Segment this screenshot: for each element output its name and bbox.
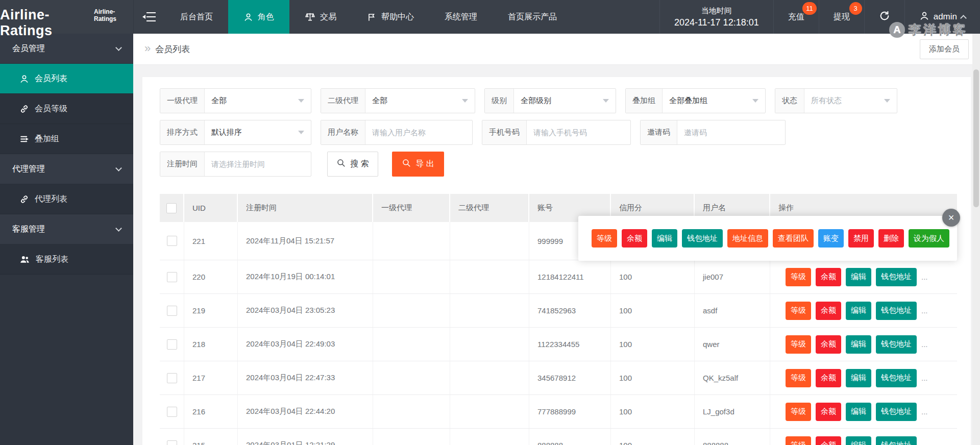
action-button-查看团队[interactable]: 查看团队	[773, 229, 814, 248]
action-button-钱包地址[interactable]: 钱包地址	[876, 403, 917, 421]
withdraw-button[interactable]: 提现 3	[819, 0, 865, 34]
withdraw-label: 提现	[834, 12, 850, 22]
row-checkbox[interactable]	[167, 272, 177, 282]
action-button-编辑[interactable]: 编辑	[846, 403, 871, 421]
action-button-等级[interactable]: 等级	[786, 268, 811, 286]
nav-item-后台首页[interactable]: 后台首页	[165, 0, 228, 34]
sidebar-item-会员列表[interactable]: 会员列表	[0, 64, 133, 94]
nav-item-label: 交易	[320, 12, 336, 22]
filter-select[interactable]: 全部级别	[514, 89, 616, 113]
sidebar-item-代理列表[interactable]: 代理列表	[0, 184, 133, 214]
action-button-余额[interactable]: 余额	[816, 302, 841, 320]
search-button[interactable]: 搜 索	[327, 152, 378, 177]
filter-select[interactable]: 默认排序	[205, 120, 311, 144]
recharge-button[interactable]: 充值 11	[774, 0, 819, 34]
scrollbar-track[interactable]	[972, 34, 980, 445]
cell-agent2	[450, 361, 529, 394]
more-actions-ellipsis[interactable]: ...	[921, 374, 928, 382]
cell-reg-time: 2024年03月04日 23:05:23	[238, 294, 373, 327]
action-button-等级[interactable]: 等级	[786, 436, 811, 445]
scrollbar-thumb[interactable]	[973, 69, 979, 207]
action-button-等级[interactable]: 等级	[786, 369, 811, 387]
action-button-钱包地址[interactable]: 钱包地址	[876, 302, 917, 320]
search-button-label: 搜 索	[350, 159, 369, 169]
filter-input[interactable]	[372, 128, 465, 137]
filter-input[interactable]	[533, 128, 624, 137]
action-button-编辑[interactable]: 编辑	[846, 436, 871, 445]
filter-select-value: 全部叠加组	[669, 96, 707, 106]
export-button[interactable]: 导 出	[392, 152, 444, 177]
action-button-余额[interactable]: 余额	[816, 369, 841, 387]
sidebar-group-客服管理[interactable]: 客服管理	[0, 214, 133, 244]
top-navbar: Airline-Ratings Airline-Ratings 后台首页角色交易…	[0, 0, 980, 34]
action-button-钱包地址[interactable]: 钱包地址	[876, 369, 917, 387]
popup-close-button[interactable]: ×	[942, 222, 957, 227]
filter-select-value: 全部	[372, 96, 387, 106]
action-button-设为假人[interactable]: 设为假人	[909, 229, 949, 248]
cell-uid: 221	[184, 222, 238, 260]
action-button-余额[interactable]: 余额	[816, 268, 841, 286]
filter-用户名称: 用户名称	[321, 120, 473, 145]
filter-select-value: 全部级别	[521, 96, 551, 106]
admin-menu[interactable]: admin	[905, 0, 980, 34]
row-checkbox[interactable]	[167, 440, 177, 445]
row-checkbox[interactable]	[167, 373, 177, 383]
action-button-钱包地址[interactable]: 钱包地址	[876, 335, 917, 354]
filter-input[interactable]	[684, 128, 778, 137]
sidebar-group-label: 客服管理	[12, 224, 45, 235]
action-button-编辑[interactable]: 编辑	[846, 369, 871, 387]
nav-item-系统管理[interactable]: 系统管理	[429, 0, 493, 34]
filter-input[interactable]	[211, 160, 304, 168]
action-button-账变[interactable]: 账变	[818, 229, 844, 248]
more-actions-ellipsis[interactable]: ...	[921, 340, 928, 349]
action-button-钱包地址[interactable]: 钱包地址	[876, 268, 917, 286]
filter-select[interactable]: 全部	[365, 89, 475, 113]
add-member-button[interactable]: 添加会员	[920, 39, 969, 59]
filter-input-wrap	[365, 120, 472, 144]
action-button-余额[interactable]: 余额	[816, 335, 841, 354]
filter-label: 二级代理	[321, 89, 365, 113]
filter-select[interactable]: 全部叠加组	[663, 89, 765, 113]
row-checkbox[interactable]	[167, 306, 177, 316]
more-actions-ellipsis[interactable]: ...	[921, 441, 928, 445]
action-button-等级[interactable]: 等级	[786, 335, 811, 354]
action-button-余额[interactable]: 余额	[816, 403, 841, 421]
filter-label: 手机号码	[482, 120, 527, 144]
sidebar-group-代理管理[interactable]: 代理管理	[0, 154, 133, 184]
nav-item-交易[interactable]: 交易	[289, 0, 352, 34]
nav-item-角色[interactable]: 角色	[228, 0, 289, 34]
cell-operations: 等级余额编辑钱包地址...	[770, 260, 957, 293]
refresh-button[interactable]	[865, 0, 905, 34]
action-button-禁用[interactable]: 禁用	[848, 229, 874, 248]
table-row-uid-217: 2172024年03月04日 22:47:33345678912100QK_kz…	[160, 361, 957, 395]
sidebar-item-客服列表[interactable]: 客服列表	[0, 244, 133, 275]
user-icon	[919, 11, 929, 23]
nav-item-首页展示产品[interactable]: 首页展示产品	[493, 0, 572, 34]
action-button-删除[interactable]: 删除	[878, 229, 904, 248]
action-button-编辑[interactable]: 编辑	[846, 268, 871, 286]
row-checkbox[interactable]	[167, 407, 177, 417]
filter-select[interactable]: 所有状态	[804, 89, 897, 113]
select-all-checkbox[interactable]	[166, 203, 177, 213]
more-actions-ellipsis[interactable]: ...	[921, 273, 928, 281]
more-actions-ellipsis[interactable]: ...	[921, 306, 928, 315]
action-button-等级[interactable]: 等级	[786, 403, 811, 421]
filter-select-value: 所有状态	[811, 96, 842, 106]
cell-account: 777888999	[529, 395, 611, 428]
column-header-一级代理: 一级代理	[373, 194, 450, 222]
more-actions-ellipsis[interactable]: ...	[921, 407, 928, 416]
row-checkbox[interactable]	[167, 236, 177, 246]
filter-select[interactable]: 全部	[205, 89, 311, 113]
sidebar-item-会员等级[interactable]: 会员等级	[0, 94, 133, 124]
action-button-等级[interactable]: 等级	[786, 302, 811, 320]
row-action-popup: 等级余额编辑钱包地址地址信息查看团队账变禁用删除设为假人×	[770, 222, 957, 260]
sidebar-item-叠加组[interactable]: 叠加组	[0, 124, 133, 154]
row-checkbox[interactable]	[167, 339, 177, 350]
sidebar-item-label: 会员列表	[35, 73, 67, 84]
action-button-编辑[interactable]: 编辑	[846, 335, 871, 354]
nav-item-帮助中心[interactable]: 帮助中心	[352, 0, 429, 34]
action-button-编辑[interactable]: 编辑	[846, 302, 871, 320]
action-button-余额[interactable]: 余额	[816, 436, 841, 445]
sidebar-collapse-button[interactable]	[133, 0, 165, 34]
action-button-钱包地址[interactable]: 钱包地址	[876, 436, 917, 445]
